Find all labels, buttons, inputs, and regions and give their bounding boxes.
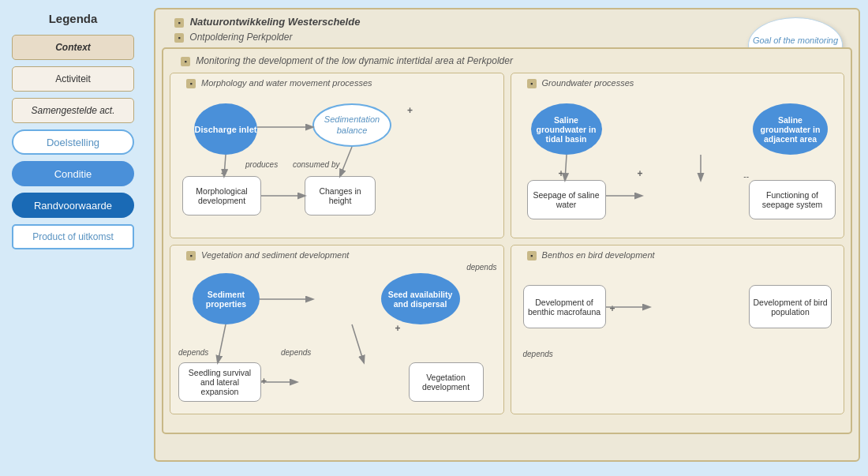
expand-icon-benthos[interactable]: ▪ <box>527 251 537 260</box>
legend-item-context[interactable]: Context <box>12 35 134 60</box>
depends-benthos-label: depends <box>523 350 553 358</box>
depends-right-label: depends <box>281 348 311 357</box>
vegetation-title: ▪ Vegetation and sediment development <box>186 250 499 260</box>
sediment-properties-ellipse[interactable]: Sediment properties <box>193 273 260 324</box>
benthos-arrows <box>511 245 844 414</box>
legend-panel: Legenda Context Activiteit Samengestelde… <box>0 0 146 476</box>
vegetation-section: ▪ Vegetation and sediment development de… <box>170 245 504 414</box>
expand-icon-gw[interactable]: ▪ <box>527 79 537 88</box>
svg-line-4 <box>565 155 567 180</box>
depends-left-label: depends <box>178 348 208 357</box>
plus-morph: + <box>407 105 413 116</box>
depends-top-label: depends <box>466 263 496 272</box>
svg-line-8 <box>352 324 364 362</box>
plus-seed: + <box>395 323 400 334</box>
legend-title: Legenda <box>49 12 98 25</box>
groundwater-title: ▪ Groundwater processes <box>527 78 840 88</box>
svg-line-7 <box>218 324 226 362</box>
expand-icon-outer[interactable]: ▪ <box>174 18 184 28</box>
morphological-development-node[interactable]: Morphological development <box>182 176 261 216</box>
plus-benthos: + <box>610 303 615 314</box>
morphology-section: ▪ Morphology and water movement processe… <box>170 73 504 238</box>
double-minus: -- <box>743 172 749 181</box>
monitoring-title: ▪ Monitoring the development of the low … <box>181 55 844 66</box>
legend-item-randvoorwaarde[interactable]: Randvoorwaarde <box>12 193 134 218</box>
vegetation-development-node[interactable]: Vegetation development <box>409 362 484 402</box>
changes-in-height-node[interactable]: Changes in height <box>305 176 376 216</box>
functioning-seepage-node[interactable]: Functioning of seepage system <box>749 180 836 219</box>
top-row: ▪ Morphology and water movement processe… <box>170 73 844 238</box>
svg-line-2 <box>340 147 352 176</box>
expand-icon-morph[interactable]: ▪ <box>186 79 196 88</box>
outer-title: ▪ Natuurontwikkeling Westerschelde <box>174 16 852 28</box>
benthos-section: ▪ Benthos en bird development Developmen… <box>511 245 845 414</box>
benthic-macrofauna-node[interactable]: Development of benthic macrofauna <box>523 285 606 328</box>
plus-saline2: + <box>638 168 643 179</box>
bottom-row: ▪ Vegetation and sediment development de… <box>170 245 844 414</box>
legend-item-product[interactable]: Product of uitkomst <box>12 224 134 249</box>
benthos-title: ▪ Benthos en bird development <box>527 250 840 260</box>
seepage-saline-node[interactable]: Seepage of saline water <box>527 180 606 219</box>
expand-icon-inner[interactable]: ▪ <box>174 33 184 43</box>
expand-icon-veg[interactable]: ▪ <box>186 251 196 260</box>
plus-saline1: + <box>559 168 564 179</box>
plus-seedling: + <box>261 376 267 387</box>
groundwater-section: ▪ Groundwater processes Saline groundwat… <box>511 73 845 238</box>
morphology-title: ▪ Morphology and water movement processe… <box>186 78 499 88</box>
sedimentation-balance-ellipse[interactable]: Sedimentation balance <box>312 103 391 147</box>
plus-discharge: + <box>221 168 226 179</box>
legend-item-samengesteld[interactable]: Samengestelde act. <box>12 98 134 123</box>
saline-adjacent-ellipse[interactable]: Saline groundwater in adjacent area <box>753 103 828 155</box>
consumed-by-label: consumed by <box>293 160 339 169</box>
produces-label: produces <box>245 160 278 169</box>
saline-tidal-ellipse[interactable]: Saline groundwater in tidal basin <box>531 103 602 155</box>
outer-box: ▪ Natuurontwikkeling Westerschelde Goal … <box>154 8 860 462</box>
discharge-inlet-ellipse[interactable]: Discharge inlet <box>194 103 257 155</box>
bird-population-node[interactable]: Development of bird population <box>749 285 832 328</box>
legend-item-doelstelling[interactable]: Doelstelling <box>12 129 134 155</box>
legend-item-conditie[interactable]: Conditie <box>12 161 134 186</box>
monitoring-box: ▪ Monitoring the development of the low … <box>162 47 852 434</box>
main-area: ▪ Natuurontwikkeling Westerschelde Goal … <box>146 0 868 476</box>
seed-availability-ellipse[interactable]: Seed availability and dispersal <box>381 273 460 324</box>
seedling-survival-node[interactable]: Seedling survival and lateral expansion <box>178 362 261 402</box>
expand-icon-monitoring[interactable]: ▪ <box>181 57 190 66</box>
legend-item-activiteit[interactable]: Activiteit <box>12 66 134 92</box>
